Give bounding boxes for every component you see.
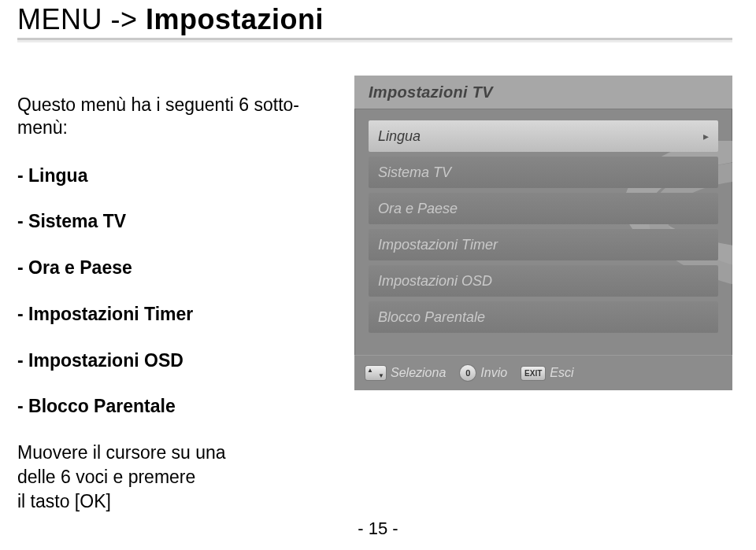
footer-esci: EXIT Esci — [521, 366, 573, 380]
footer-seleziona-label: Seleziona — [391, 366, 446, 380]
osd-row-ora-paese[interactable]: Ora e Paese — [369, 193, 718, 224]
footer-invio: 0 Invio — [460, 365, 507, 381]
breadcrumb: MENU -> Impostazioni — [17, 3, 732, 36]
footer-invio-label: Invio — [480, 366, 507, 380]
breadcrumb-arrow: -> — [111, 3, 138, 35]
ok-key-icon: 0 — [460, 365, 476, 381]
instruction-line-2: delle 6 voci e premere — [17, 466, 335, 489]
osd-row-osd[interactable]: Impostazioni OSD — [369, 265, 718, 297]
osd-row-label: Ora e Paese — [378, 201, 458, 217]
instruction-line-1: Muovere il cursore su una — [17, 441, 335, 464]
osd-row-label: Impostazioni Timer — [378, 237, 498, 253]
footer-seleziona: Seleziona — [365, 366, 446, 380]
exit-key-icon: EXIT — [521, 367, 545, 380]
osd-row-timer[interactable]: Impostazioni Timer — [369, 229, 718, 260]
osd-footer: Seleziona 0 Invio EXIT Esci — [354, 355, 732, 390]
osd-row-lingua[interactable]: Lingua ▸ — [369, 120, 718, 152]
title-divider — [17, 38, 732, 42]
osd-row-sistema-tv[interactable]: Sistema TV — [369, 157, 718, 188]
osd-row-label: Impostazioni OSD — [378, 273, 492, 290]
item-ora-paese: - Ora e Paese — [17, 257, 335, 279]
updown-key-icon — [365, 366, 386, 380]
item-sistema-tv: - Sistema TV — [17, 210, 335, 233]
item-impostazioni-osd: - Impostazioni OSD — [17, 349, 335, 372]
chevron-right-icon: ▸ — [703, 130, 709, 142]
item-blocco-parentale: - Blocco Parentale — [17, 395, 335, 418]
osd-row-blocco[interactable]: Blocco Parentale — [369, 301, 718, 333]
item-impostazioni-timer: - Impostazioni Timer — [17, 303, 335, 326]
osd-screenshot: Impostazioni TV Lingua ▸ Sistema TV Ora — [354, 76, 732, 390]
osd-header: Impostazioni TV — [354, 76, 732, 109]
osd-row-label: Lingua — [378, 128, 421, 145]
text-column: Questo menù ha i seguenti 6 sotto-menù: … — [17, 76, 335, 514]
page-number: - 15 - — [0, 519, 756, 539]
intro-text: Questo menù ha i seguenti 6 sotto-menù: — [17, 94, 335, 139]
instruction-line-3: il tasto [OK] — [17, 490, 335, 513]
item-lingua: - Lingua — [17, 164, 335, 187]
breadcrumb-current: Impostazioni — [146, 3, 324, 35]
osd-row-label: Sistema TV — [378, 164, 451, 181]
footer-esci-label: Esci — [550, 366, 573, 380]
breadcrumb-menu: MENU — [17, 3, 102, 35]
osd-row-label: Blocco Parentale — [378, 309, 485, 326]
osd-body: Lingua ▸ Sistema TV Ora e Paese Impostaz… — [354, 109, 732, 355]
